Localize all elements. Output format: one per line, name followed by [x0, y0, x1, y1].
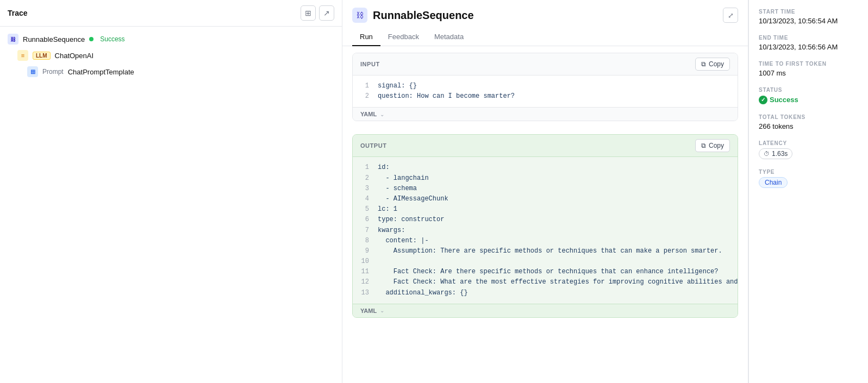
sequence-title: RunnableSequence — [373, 9, 474, 22]
first-token-value: 1007 ms — [759, 69, 858, 77]
output-line-3: 3 - schema — [360, 184, 730, 194]
input-label: INPUT — [360, 61, 380, 67]
input-yaml-label: YAML — [360, 111, 377, 117]
right-panel: ⛓ RunnableSequence ⤢ Run Feedback Metada… — [342, 0, 868, 383]
type-label: TYPE — [759, 169, 858, 175]
output-line-content-5: lc: 1 — [378, 204, 397, 215]
line-content-1: signal: {} — [378, 81, 417, 91]
output-line-num-9: 9 — [360, 246, 369, 256]
tree-item-name-chatopenai: ChatOpenAI — [55, 52, 94, 60]
output-line-content-2: - langchain — [378, 173, 429, 184]
output-line-num-11: 11 — [360, 267, 369, 277]
type-value: Chain — [759, 177, 858, 188]
output-yaml-footer[interactable]: YAML ⌄ — [353, 304, 738, 317]
output-line-num-6: 6 — [360, 215, 369, 225]
input-line-2: 2 question: How can I become smarter? — [360, 91, 730, 102]
input-code-block: 1 signal: {} 2 question: How can I becom… — [353, 76, 738, 107]
tab-feedback[interactable]: Feedback — [380, 28, 427, 46]
status-label: STATUS — [759, 87, 858, 93]
output-label: OUTPUT — [360, 142, 387, 149]
status-success: Success — [100, 35, 124, 43]
copy-icon-output: ⧉ — [701, 142, 706, 149]
clock-icon: ⏱ — [764, 150, 770, 157]
output-yaml-chevron: ⌄ — [380, 307, 384, 313]
output-line-6: 6type: constructor — [360, 215, 730, 225]
tree-item-chatprompttemplate[interactable]: ⊞ Prompt ChatPromptTemplate — [0, 64, 342, 80]
output-line-1: 1id: — [360, 162, 730, 173]
output-copy-button[interactable]: ⧉ Copy — [695, 139, 730, 152]
metadata-sidebar: START TIME 10/13/2023, 10:56:54 AM END T… — [748, 0, 868, 383]
output-line-content-13: additional_kwargs: {} — [378, 288, 468, 298]
trace-actions: ⊞ ↗ — [301, 5, 334, 21]
expand-button[interactable]: ⤢ — [723, 8, 738, 23]
trace-title: Trace — [8, 9, 28, 17]
copy-icon-input: ⧉ — [701, 60, 706, 68]
output-line-4: 4 - AIMessageChunk — [360, 194, 730, 204]
prompt-badge: Prompt — [42, 68, 64, 76]
output-line-content-6: type: constructor — [378, 215, 444, 225]
prompt-icon: ⊞ — [27, 66, 38, 77]
input-copy-button[interactable]: ⧉ Copy — [695, 58, 730, 71]
status-dot — [89, 37, 93, 41]
llm-badge: LLM — [33, 52, 51, 60]
status-text: Success — [770, 96, 798, 104]
output-line-content-7: kwargs: — [378, 225, 405, 236]
meta-latency: LATENCY ⏱ 1.63s — [759, 140, 858, 159]
input-yaml-footer[interactable]: YAML ⌄ — [353, 107, 738, 121]
end-time-value: 10/13/2023, 10:56:56 AM — [759, 43, 858, 51]
output-line-content-4: - AIMessageChunk — [378, 194, 448, 204]
meta-type: TYPE Chain — [759, 169, 858, 188]
input-line-1: 1 signal: {} — [360, 81, 730, 91]
expand-icon-btn[interactable]: ⊞ — [301, 5, 316, 21]
line-num-2: 2 — [360, 91, 369, 102]
input-header: INPUT ⧉ Copy — [353, 53, 738, 76]
line-content-2: question: How can I become smarter? — [378, 91, 515, 102]
output-line-10: 10 — [360, 256, 730, 267]
trace-header: Trace ⊞ ↗ — [0, 0, 342, 27]
chain-icon: ⛓ — [8, 34, 18, 45]
end-time-label: END TIME — [759, 35, 858, 41]
output-line-num-3: 3 — [360, 184, 369, 194]
latency-value: ⏱ 1.63s — [759, 148, 858, 159]
tab-metadata[interactable]: Metadata — [427, 28, 471, 46]
latency-badge: ⏱ 1.63s — [759, 148, 792, 159]
status-value: ✓ Success — [759, 95, 858, 104]
status-badge: ✓ Success — [759, 96, 798, 104]
output-line-num-2: 2 — [360, 173, 369, 184]
meta-total-tokens: TOTAL TOKENS 266 tokens — [759, 114, 858, 130]
output-line-2: 2 - langchain — [360, 173, 730, 184]
type-badge: Chain — [759, 177, 788, 188]
tree-item-chatopenai[interactable]: ≡ LLM ChatOpenAI — [0, 47, 342, 64]
output-line-13: 13 additional_kwargs: {} — [360, 288, 730, 298]
output-line-content-8: content: |- — [378, 236, 429, 246]
output-line-content-1: id: — [378, 162, 390, 173]
tree-item-name-runnablesequence: RunnableSequence — [23, 35, 85, 43]
output-line-content-3: - schema — [378, 184, 417, 194]
latency-label: LATENCY — [759, 140, 858, 146]
chart-icon-btn[interactable]: ↗ — [319, 5, 334, 21]
output-yaml-label: YAML — [360, 307, 377, 314]
output-code-block: 1id:2 - langchain3 - schema4 - AIMessage… — [353, 157, 738, 303]
output-line-num-10: 10 — [360, 256, 369, 267]
meta-start-time: START TIME 10/13/2023, 10:56:54 AM — [759, 9, 858, 25]
main-content: ⛓ RunnableSequence ⤢ Run Feedback Metada… — [342, 0, 868, 383]
latency-text: 1.63s — [772, 150, 788, 158]
output-line-content-11: Fact Check: Are there specific methods o… — [378, 267, 719, 277]
total-tokens-value: 266 tokens — [759, 122, 858, 130]
status-check-icon: ✓ — [759, 96, 767, 104]
output-line-11: 11 Fact Check: Are there specific method… — [360, 267, 730, 277]
output-header: OUTPUT ⧉ Copy — [353, 135, 738, 157]
tree-container: ⛓ RunnableSequence Success ≡ LLM ChatOpe… — [0, 27, 342, 383]
center-panel: ⛓ RunnableSequence ⤢ Run Feedback Metada… — [342, 0, 748, 383]
meta-first-token: TIME TO FIRST TOKEN 1007 ms — [759, 61, 858, 77]
output-line-num-13: 13 — [360, 288, 369, 298]
tree-item-runnablesequence[interactable]: ⛓ RunnableSequence Success — [0, 31, 342, 47]
start-time-value: 10/13/2023, 10:56:54 AM — [759, 17, 858, 25]
meta-end-time: END TIME 10/13/2023, 10:56:56 AM — [759, 35, 858, 51]
input-yaml-chevron: ⌄ — [380, 111, 384, 117]
output-line-num-8: 8 — [360, 236, 369, 246]
output-line-8: 8 content: |- — [360, 236, 730, 246]
tab-run[interactable]: Run — [352, 28, 380, 46]
output-line-num-1: 1 — [360, 162, 369, 173]
meta-status: STATUS ✓ Success — [759, 87, 858, 104]
